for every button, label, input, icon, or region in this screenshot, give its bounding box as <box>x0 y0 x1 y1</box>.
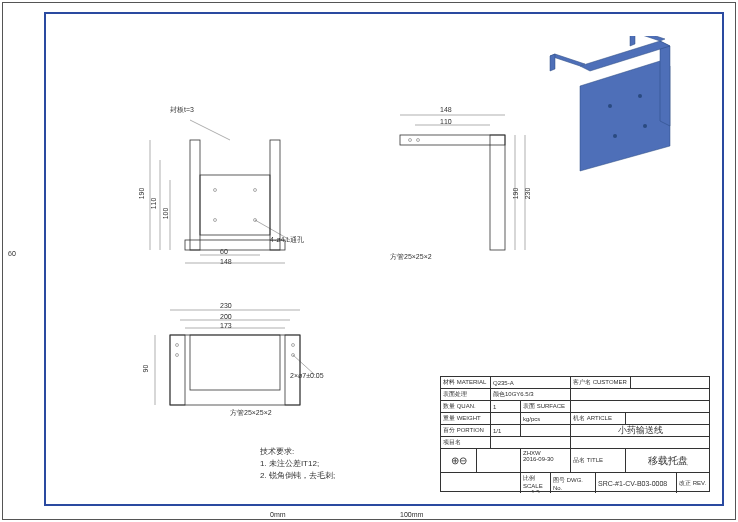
plan-dim-w3: 173 <box>220 322 232 329</box>
tech-req-title: 技术要求: <box>260 446 335 457</box>
side-dim-wtop2: 110 <box>440 118 452 125</box>
front-note-right: 4-ø4.L通孔 <box>270 235 304 245</box>
tb-title-label: 品名 TITLE <box>571 449 626 472</box>
tb-dwg-label: 图号 DWG. No. <box>551 473 596 493</box>
plan-dim-w1: 230 <box>220 302 232 309</box>
tb-quan-value: 1 <box>491 401 521 412</box>
svg-rect-16 <box>200 175 270 235</box>
plan-note-right: 2×ø7±0.05 <box>290 372 324 379</box>
title-block: 材料 MATERIAL Q235-A 客户名 CUSTOMER 表面处理 颜色1… <box>440 376 710 492</box>
tech-req-2: 2. 锐角倒钝，去毛刺; <box>260 470 335 481</box>
tb-article-value: 小药输送线 <box>571 425 709 436</box>
isometric-view <box>530 36 700 186</box>
tb-scale-label: 比例 SCALE <box>523 474 548 489</box>
svg-point-29 <box>409 139 412 142</box>
tb-proj-symbol: ⊕⊖ <box>441 449 477 472</box>
tb-date-value: 2016-09-30 <box>523 456 554 462</box>
tb-weight-value: kg/pcs <box>521 413 571 424</box>
tb-article-label: 机名 ARTICLE <box>571 413 626 424</box>
svg-point-30 <box>417 139 420 142</box>
plan-label-bottom: 方管25×25×2 <box>230 408 272 418</box>
ruler-bottom-0: 0mm <box>270 511 286 518</box>
tb-title-value: 移载托盘 <box>626 449 709 472</box>
svg-rect-28 <box>400 135 505 145</box>
side-dim-h1: 230 <box>524 188 531 200</box>
tb-rev-label: 改正 REV. <box>677 473 709 493</box>
side-label-bottom: 方管25×25×2 <box>390 252 432 262</box>
svg-point-43 <box>292 344 295 347</box>
svg-marker-1 <box>660 41 670 126</box>
svg-point-19 <box>254 189 257 192</box>
svg-rect-38 <box>190 335 280 390</box>
svg-line-22 <box>190 120 230 140</box>
tb-portion-label: 百分 PORTION <box>441 425 491 436</box>
svg-rect-31 <box>490 135 505 250</box>
front-dim-h2: 110 <box>150 198 157 210</box>
svg-point-8 <box>638 94 642 98</box>
tb-customer-label: 客户名 CUSTOMER <box>571 377 631 388</box>
svg-point-20 <box>214 219 217 222</box>
tb-dwg-value: SRC-#1-CV-B03-0008 <box>596 473 677 493</box>
svg-point-9 <box>613 134 617 138</box>
tb-scale-value: 1:5 <box>531 489 539 493</box>
tb-material-value: Q235-A <box>491 377 571 388</box>
svg-rect-37 <box>170 335 300 405</box>
tb-material-label: 材料 MATERIAL <box>441 377 491 388</box>
tb-portion-value: 1/1 <box>491 425 521 436</box>
front-label-top: 封板t=3 <box>170 105 194 115</box>
svg-point-42 <box>176 354 179 357</box>
ruler-bottom-100: 100mm <box>400 511 423 518</box>
front-dim-w2: 148 <box>220 258 232 265</box>
tb-quan-label: 数量 QUAN. <box>441 401 491 412</box>
tb-weight-label: 重量 WEIGHT <box>441 413 491 424</box>
tech-requirements: 技术要求: 1. 未注公差IT12; 2. 锐角倒钝，去毛刺; <box>260 445 335 482</box>
svg-point-41 <box>176 344 179 347</box>
side-view: 148 110 190 230 方管25×25×2 <box>360 100 550 270</box>
side-dim-wtop: 148 <box>440 106 452 113</box>
tb-surface-label: 表面处理 <box>441 389 491 400</box>
svg-marker-0 <box>580 61 670 171</box>
svg-point-10 <box>643 124 647 128</box>
tb-customer-value <box>631 377 709 388</box>
front-dim-w1: 60 <box>220 248 228 255</box>
ruler-left: 60 <box>8 250 16 257</box>
front-dim-h1: 190 <box>138 188 145 200</box>
side-dim-h2: 190 <box>512 188 519 200</box>
tech-req-1: 1. 未注公差IT12; <box>260 458 335 469</box>
tb-proj-label: 项目名 <box>441 437 491 448</box>
plan-view: 230 200 173 90 2×ø7±0.05 方管25×25×2 <box>130 300 330 440</box>
front-view: 封板t=3 190 110 100 60 148 4-ø4.L通孔 <box>130 100 310 270</box>
plan-dim-h: 90 <box>142 365 149 373</box>
svg-point-18 <box>214 189 217 192</box>
svg-marker-4 <box>550 54 555 71</box>
svg-rect-39 <box>170 335 185 405</box>
svg-rect-40 <box>285 335 300 405</box>
tb-process-label: 表面 SURFACE <box>521 401 571 412</box>
svg-rect-14 <box>190 140 200 250</box>
svg-marker-6 <box>630 36 635 46</box>
plan-dim-w2: 200 <box>220 313 232 320</box>
tb-surface-value: 颜色10GY6.5/3 <box>491 389 571 400</box>
front-dim-h3: 100 <box>162 208 169 220</box>
svg-point-7 <box>608 104 612 108</box>
